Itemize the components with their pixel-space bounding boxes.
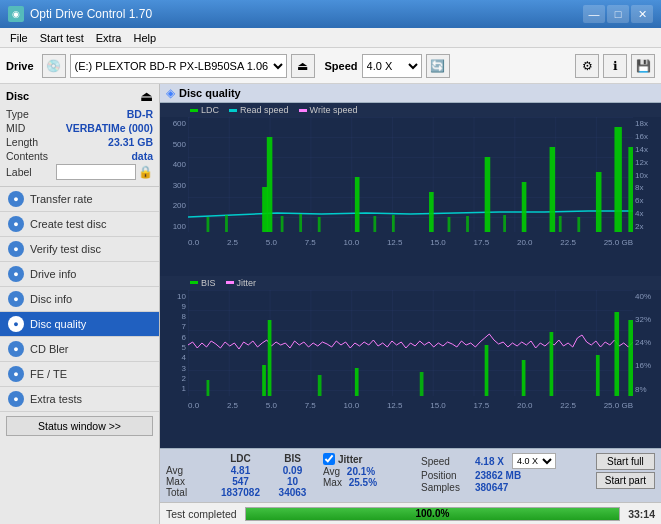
jitter-avg-val: 20.1% [347, 466, 375, 477]
speed-stat-label: Speed [421, 456, 471, 467]
nav-label-extra-tests: Extra tests [30, 393, 82, 405]
nav-item-create-test-disc[interactable]: ●Create test disc [0, 212, 159, 237]
disc-length-row: Length 23.31 GB [6, 136, 153, 148]
settings-button[interactable]: ⚙ [575, 54, 599, 78]
bottom-bar: Test completed 100.0% 33:14 [160, 502, 661, 524]
svg-rect-14 [318, 217, 321, 232]
legend-read-speed-label: Read speed [240, 105, 289, 115]
eject-button[interactable]: ⏏ [291, 54, 315, 78]
svg-rect-6 [522, 182, 527, 232]
disc-header: Disc ⏏ [6, 88, 153, 104]
y-label-400: 400 [173, 160, 186, 169]
nav-icon-verify-test-disc: ● [8, 241, 24, 257]
nav-icon-cd-bler: ● [8, 341, 24, 357]
disc-label-edit-icon[interactable]: 🔒 [138, 165, 153, 179]
svg-rect-27 [318, 375, 322, 396]
start-full-button[interactable]: Start full [596, 453, 655, 470]
drive-icon-btn[interactable]: 💿 [42, 54, 66, 78]
legend-read-speed: Read speed [229, 105, 289, 115]
start-part-button[interactable]: Start part [596, 472, 655, 489]
stats-max-row: Max 547 10 [166, 476, 315, 487]
refresh-button[interactable]: 🔄 [426, 54, 450, 78]
top-chart-svg-container: 600 500 400 300 200 100 18x 16x 14x 12x … [160, 117, 661, 247]
svg-rect-31 [522, 360, 526, 396]
top-legend: LDC Read speed Write speed [160, 103, 661, 117]
nav-item-disc-quality[interactable]: ●Disc quality [0, 312, 159, 337]
stats-avg-ldc: 4.81 [213, 465, 268, 476]
status-text: Test completed [166, 508, 237, 520]
speed-select[interactable]: 4.0 X [362, 54, 422, 78]
progress-label: 100.0% [246, 508, 620, 520]
disc-length-value: 23.31 GB [108, 136, 153, 148]
info-button[interactable]: ℹ [603, 54, 627, 78]
top-chart: LDC Read speed Write speed 600 500 400 [160, 103, 661, 276]
legend-write-speed-dot [299, 109, 307, 112]
svg-rect-7 [550, 147, 556, 232]
maximize-button[interactable]: □ [607, 5, 629, 23]
menubar: File Start test Extra Help [0, 28, 661, 48]
nav-item-drive-info[interactable]: ●Drive info [0, 262, 159, 287]
nav-item-cd-bler[interactable]: ●CD Bler [0, 337, 159, 362]
y-label-100: 100 [173, 222, 186, 231]
svg-rect-10 [207, 217, 210, 232]
nav-item-extra-tests[interactable]: ●Extra tests [0, 387, 159, 412]
speed-row: Speed 4.18 X 4.0 X [421, 453, 556, 469]
nav-item-verify-test-disc[interactable]: ●Verify test disc [0, 237, 159, 262]
ldc-bis-table: LDC BIS Avg 4.81 0.09 Max 547 10 Total [166, 453, 315, 498]
y-label-6x: 6x [635, 196, 643, 205]
nav-item-transfer-rate[interactable]: ●Transfer rate [0, 187, 159, 212]
stats-area: LDC BIS Avg 4.81 0.09 Max 547 10 Total [160, 448, 661, 502]
bottom-chart-svg-container: 10 9 8 7 6 5 4 3 2 1 40% 32% 24% 16% [160, 290, 661, 410]
menu-extra[interactable]: Extra [90, 31, 128, 45]
menu-start-test[interactable]: Start test [34, 31, 90, 45]
y-label-200: 200 [173, 201, 186, 210]
samples-val: 380647 [475, 482, 508, 493]
svg-rect-16 [392, 215, 395, 232]
jitter-header: Jitter [323, 453, 413, 465]
chart-container: ◈ Disc quality LDC Read speed Write spee… [160, 84, 661, 524]
start-buttons: Start full Start part [596, 453, 655, 489]
app-icon: ◉ [8, 6, 24, 22]
disc-mid-label: MID [6, 122, 25, 134]
progress-bar: 100.0% [245, 507, 621, 521]
minimize-button[interactable]: — [583, 5, 605, 23]
disc-mid-row: MID VERBATIMe (000) [6, 122, 153, 134]
nav-icon-extra-tests: ● [8, 391, 24, 407]
speed-label: Speed [325, 60, 358, 72]
drive-select[interactable]: (E:) PLEXTOR BD-R PX-LB950SA 1.06 [70, 54, 287, 78]
menu-help[interactable]: Help [127, 31, 162, 45]
status-window-button[interactable]: Status window >> [6, 416, 153, 436]
jitter-max-row: Max 25.5% [323, 477, 413, 488]
svg-rect-19 [503, 215, 506, 232]
y-label-12x: 12x [635, 158, 648, 167]
svg-rect-9 [614, 127, 621, 232]
stats-max-bis: 10 [270, 476, 315, 487]
disc-label-label: Label [6, 166, 32, 178]
nav-item-fe-te[interactable]: ●FE / TE [0, 362, 159, 387]
legend-jitter-label: Jitter [237, 278, 257, 288]
legend-ldc-label: LDC [201, 105, 219, 115]
chart-icon: ◈ [166, 86, 175, 100]
disc-label-input[interactable] [56, 164, 136, 180]
nav-icon-create-test-disc: ● [8, 216, 24, 232]
y-axis-left-bottom: 10 9 8 7 6 5 4 3 2 1 [160, 290, 188, 396]
nav-item-disc-info[interactable]: ●Disc info [0, 287, 159, 312]
y-axis-left-top: 600 500 400 300 200 100 [160, 117, 188, 233]
menu-file[interactable]: File [4, 31, 34, 45]
stats-header: LDC BIS [166, 453, 315, 464]
jitter-avg-label: Avg [323, 466, 340, 477]
legend-jitter-dot [226, 281, 234, 284]
speed-stat-select[interactable]: 4.0 X [512, 453, 556, 469]
disc-eject-icon[interactable]: ⏏ [140, 88, 153, 104]
stats-total-ldc: 1837082 [213, 487, 268, 498]
nav-label-create-test-disc: Create test disc [30, 218, 106, 230]
jitter-checkbox[interactable] [323, 453, 335, 465]
nav-label-disc-info: Disc info [30, 293, 72, 305]
y-label-14x: 14x [635, 145, 648, 154]
close-button[interactable]: ✕ [631, 5, 653, 23]
chart-header: ◈ Disc quality [160, 84, 661, 103]
y-label-10x: 10x [635, 171, 648, 180]
nav-icon-disc-info: ● [8, 291, 24, 307]
disc-mid-value: VERBATIMe (000) [66, 122, 153, 134]
save-button[interactable]: 💾 [631, 54, 655, 78]
